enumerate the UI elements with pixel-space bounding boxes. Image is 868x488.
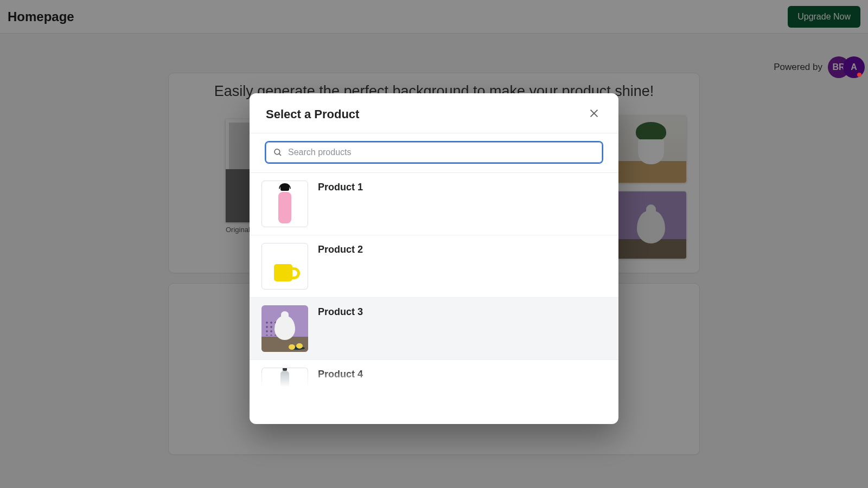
product-name: Product 4 [318,368,363,380]
bria-logo-dot [857,73,861,77]
modal-footer [250,387,618,424]
modal-header: Select a Product [250,93,618,133]
modal-overlay[interactable]: Select a Product Product 1 Product 2 [0,0,868,488]
close-button[interactable] [586,105,602,123]
search-input[interactable] [288,147,595,157]
close-icon [588,107,600,119]
product-list[interactable]: Product 1 Product 2 Product 3 Product 4 [250,172,618,387]
product-row[interactable]: Product 1 [250,173,618,235]
product-thumbnail [261,368,308,387]
svg-line-3 [279,153,281,156]
modal-title: Select a Product [266,107,359,121]
product-row[interactable]: Product 3 [250,298,618,360]
product-thumbnail [261,181,308,227]
search-wrap [250,133,618,172]
product-name: Product 3 [318,305,363,318]
product-thumbnail [261,305,308,352]
product-row[interactable]: Product 4 [250,360,618,387]
search-icon [273,147,283,157]
product-row[interactable]: Product 2 [250,235,618,298]
product-thumbnail [261,243,308,290]
product-name: Product 2 [318,243,363,255]
search-box[interactable] [266,142,602,163]
product-name: Product 1 [318,181,363,193]
select-product-modal: Select a Product Product 1 Product 2 [250,93,618,424]
svg-point-2 [275,149,280,155]
